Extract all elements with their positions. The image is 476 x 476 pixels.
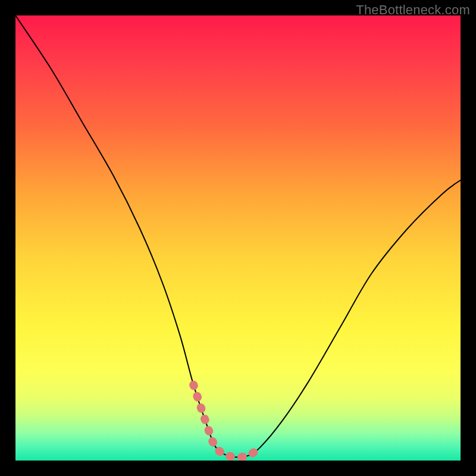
watermark-text: TheBottleneck.com xyxy=(356,2,470,18)
bottleneck-curve xyxy=(15,15,461,461)
chart-area xyxy=(15,15,461,461)
